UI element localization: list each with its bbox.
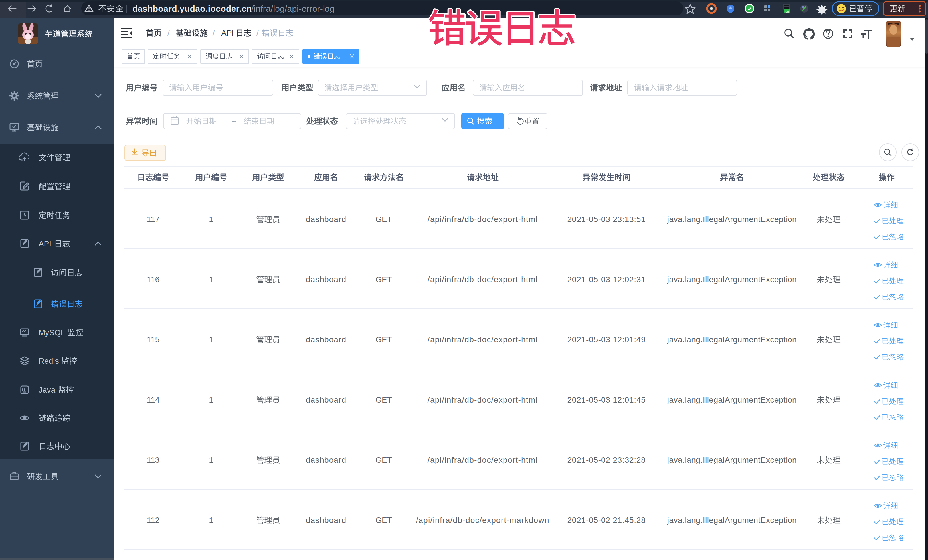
svg-text:on: on xyxy=(785,10,789,13)
